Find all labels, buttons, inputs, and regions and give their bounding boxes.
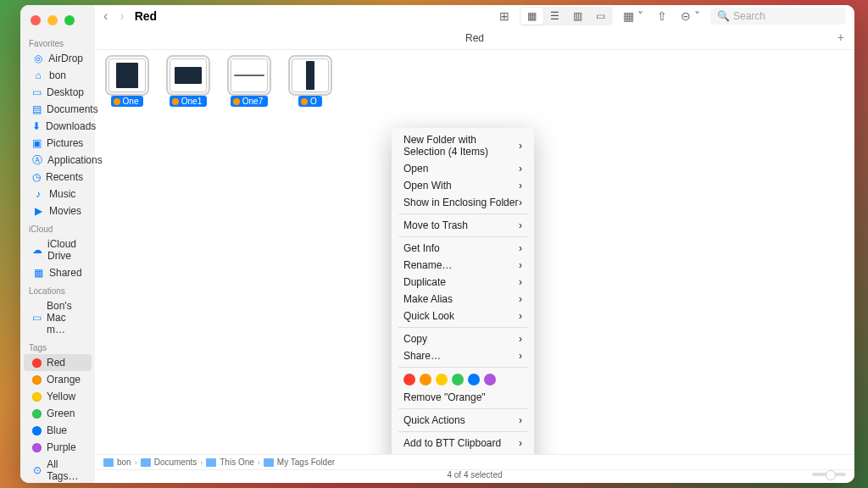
fullscreen-button[interactable]: [64, 15, 75, 25]
main-area: ‹ › Red ⊞ ▦ ☰ ▥ ▭ ▦ ˅ ⇧ ⊝ ˅ 🔍 Search Red…: [95, 5, 854, 483]
folder-icon: [103, 458, 114, 467]
sidebar-item-airdrop[interactable]: ◎AirDrop: [24, 50, 92, 67]
finder-window: Favorites ◎AirDrop⌂bon▭Desktop▤Documents…: [20, 5, 854, 483]
minimize-button[interactable]: [47, 15, 58, 25]
menu-item[interactable]: New Folder with Selection (4 Items)›: [392, 131, 534, 160]
content-area[interactable]: OneOne1One7O New Folder with Selection (…: [95, 50, 854, 454]
path-segment[interactable]: bon: [117, 458, 131, 467]
path-segment[interactable]: This One: [220, 458, 254, 467]
chevron-right-icon: ›: [519, 197, 522, 208]
sidebar-item-recents[interactable]: ◷Recents: [24, 169, 92, 186]
search-placeholder: Search: [733, 10, 765, 22]
music-icon: ♪: [32, 188, 44, 200]
menu-item[interactable]: Quick Look›: [392, 308, 534, 324]
sidebar-item-movies[interactable]: ▶Movies: [24, 202, 92, 219]
column-view-button[interactable]: ▥: [566, 8, 589, 25]
file-item[interactable]: One1: [168, 58, 209, 107]
sidebar-item-label: Yellow: [47, 391, 75, 402]
sidebar-item-all-tags-[interactable]: ⊙All Tags…: [24, 456, 92, 483]
sidebar-item-label: Red: [47, 357, 65, 369]
menu-item[interactable]: Make Alias›: [392, 291, 534, 308]
menu-item[interactable]: Open With›: [392, 177, 534, 194]
sidebar-item-label: bon: [49, 69, 66, 81]
view-switcher: ▦ ☰ ▥ ▭: [520, 7, 613, 25]
menu-item[interactable]: Share…›: [392, 347, 534, 364]
path-bar: bon›Documents›This One›My Tags Folder: [95, 454, 854, 469]
menu-item[interactable]: Duplicate›: [392, 274, 534, 291]
tag-color-button[interactable]: [420, 374, 431, 385]
sidebar-item-label: iCloud Drive: [47, 238, 83, 262]
tag-color-button[interactable]: [452, 374, 464, 385]
file-item[interactable]: One: [107, 58, 147, 107]
chevron-right-icon: ›: [200, 458, 203, 467]
sidebar-item-music[interactable]: ♪Music: [24, 186, 92, 202]
icon-view-button[interactable]: ▦: [520, 8, 543, 25]
status-bar: 4 of 4 selected: [95, 469, 854, 483]
sidebar-item-icloud-drive[interactable]: ☁iCloud Drive: [24, 236, 92, 264]
tag-dot-icon: [32, 375, 42, 385]
menu-item[interactable]: Copy›: [392, 330, 534, 347]
sidebar-item-shared[interactable]: ▦Shared: [24, 264, 92, 281]
path-segment[interactable]: Documents: [154, 458, 198, 467]
menu-item[interactable]: Add to BTT Clipboard›: [392, 435, 534, 452]
sidebar-item-bon-s-mac-m-[interactable]: ▭Bon's Mac m…: [24, 297, 92, 338]
group-menu-icon[interactable]: ▦ ˅: [620, 8, 647, 25]
sidebar-item-yellow[interactable]: Yellow: [24, 388, 92, 405]
list-view-button[interactable]: ☰: [543, 8, 566, 25]
sidebar-item-label: AirDrop: [48, 53, 83, 64]
menu-item[interactable]: Create Service›: [392, 452, 534, 454]
tag-color-button[interactable]: [436, 374, 448, 385]
gallery-view-button[interactable]: ▭: [589, 8, 612, 25]
subheader: Red +: [95, 27, 854, 50]
chevron-right-icon: ›: [519, 259, 522, 271]
tag-color-button[interactable]: [468, 374, 480, 385]
chevron-right-icon: ›: [258, 458, 260, 467]
file-item[interactable]: One7: [229, 58, 270, 107]
menu-item[interactable]: Quick Actions›: [392, 412, 534, 429]
chevron-right-icon: ›: [519, 140, 522, 152]
sidebar-item-blue[interactable]: Blue: [24, 422, 92, 439]
tag-color-button[interactable]: [484, 374, 496, 385]
tag-dot-icon: [32, 426, 42, 435]
sidebar-item-pictures[interactable]: ▣Pictures: [24, 135, 92, 152]
menu-item[interactable]: Move to Trash›: [392, 217, 534, 234]
sidebar-item-label: Blue: [47, 424, 67, 436]
close-button[interactable]: [31, 15, 41, 25]
chevron-right-icon: ›: [135, 458, 137, 467]
add-button[interactable]: +: [832, 30, 849, 44]
sidebar-item-label: Music: [49, 188, 75, 200]
tag-menu-icon[interactable]: ⊝ ˅: [677, 8, 704, 25]
menu-item[interactable]: Show in Enclosing Folder›: [392, 194, 534, 211]
sidebar-item-label: Applications: [47, 154, 103, 166]
path-segment[interactable]: My Tags Folder: [277, 458, 335, 467]
menu-item-remove-tag[interactable]: Remove "Orange": [392, 389, 534, 406]
sidebar-item-purple[interactable]: Purple: [24, 439, 92, 456]
sidebar-item-orange[interactable]: Orange: [24, 371, 92, 388]
favorites-label: Favorites: [20, 34, 95, 50]
chevron-right-icon: ›: [519, 293, 522, 305]
sidebar-item-red[interactable]: Red: [24, 354, 92, 371]
back-button[interactable]: ‹: [103, 8, 108, 24]
tag-color-button[interactable]: [403, 374, 415, 385]
recents-icon: ◷: [32, 171, 41, 183]
sidebar-item-green[interactable]: Green: [24, 405, 92, 422]
sidebar-item-label: Recents: [46, 171, 83, 183]
context-menu: New Folder with Selection (4 Items)›Open…: [392, 128, 534, 454]
zoom-slider[interactable]: [812, 473, 846, 476]
sidebar-item-documents[interactable]: ▤Documents: [24, 101, 92, 118]
search-field[interactable]: 🔍 Search: [710, 8, 846, 25]
doc-icon: ▤: [32, 103, 42, 115]
file-item[interactable]: O: [290, 58, 331, 107]
sidebar-item-bon[interactable]: ⌂bon: [24, 67, 92, 84]
new-folder-icon[interactable]: ⊞: [496, 8, 513, 25]
tag-dot-icon: ⊙: [32, 464, 42, 476]
sidebar-item-label: Shared: [49, 267, 82, 279]
menu-item[interactable]: Open›: [392, 160, 534, 177]
sidebar-item-applications[interactable]: ⒶApplications: [24, 152, 92, 169]
sidebar-item-downloads[interactable]: ⬇Downloads: [24, 118, 92, 135]
menu-item[interactable]: Rename…›: [392, 257, 534, 274]
share-icon[interactable]: ⇧: [654, 8, 670, 25]
sidebar-item-desktop[interactable]: ▭Desktop: [24, 84, 92, 101]
forward-button[interactable]: ›: [120, 8, 124, 24]
menu-item[interactable]: Get Info›: [392, 240, 534, 257]
